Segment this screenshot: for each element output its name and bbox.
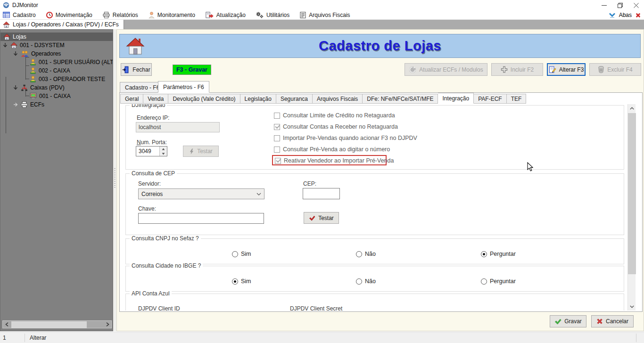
subtab-seguranca[interactable]: Seguranca	[276, 94, 313, 104]
checkbox-limite-credito[interactable]: Consultar Limite de Crédito no Retaguard…	[274, 112, 395, 119]
tab-lojas-operadores[interactable]: Lojas / Operadores / Caixas (PDV) / ECFs	[0, 20, 124, 29]
tree-item-operadores[interactable]: Operadores	[13, 49, 61, 58]
restore-button[interactable]	[612, 0, 628, 10]
incluir-button[interactable]: Incluir F2	[491, 63, 543, 76]
tree-item-operador-003[interactable]: 003 - OPERADOR TESTE	[30, 75, 105, 83]
subtab-venda[interactable]: Venda	[143, 94, 168, 104]
subtab-dfe[interactable]: DFe: NFe/NFCe/SAT/MFE	[363, 94, 438, 104]
tree-item-ecfs[interactable]: ECFs	[13, 100, 44, 109]
checkbox-checked-icon[interactable]	[274, 124, 280, 130]
expanded-arrow-icon[interactable]	[2, 42, 8, 48]
gravar-button[interactable]: Gravar	[550, 315, 586, 327]
tree-horizontal-scrollbar[interactable]	[2, 320, 112, 328]
subtab-geral[interactable]: Geral	[120, 94, 143, 104]
tree-item-operador-002[interactable]: 002 - CAIXA	[30, 66, 70, 75]
spin-down-icon[interactable]	[160, 151, 167, 156]
button-label: Testar	[197, 148, 213, 155]
table-icon	[3, 12, 10, 18]
scroll-viewport: DJIntegração Endereço IP: Num. Porta: 30…	[120, 104, 627, 310]
subtab-legislacao[interactable]: Legislação	[240, 94, 276, 104]
scroll-right-arrow-icon[interactable]	[104, 321, 111, 328]
checkbox-checked-icon[interactable]	[275, 158, 281, 164]
abas-label[interactable]: Abas	[619, 12, 632, 18]
subtab-label: Legislação	[245, 96, 272, 102]
tree-item-lojas[interactable]: Lojas	[0, 33, 113, 41]
radio-icon[interactable]	[481, 278, 487, 285]
radio-label: Perguntar	[490, 278, 516, 285]
radio-cnpj-sim[interactable]: Sim	[232, 251, 251, 257]
subtab-tef[interactable]: TEF	[507, 94, 527, 104]
scrollbar-thumb[interactable]	[628, 113, 636, 274]
menu-atualizacao[interactable]: Atualização	[206, 12, 246, 18]
servidor-select[interactable]: Correios	[138, 188, 264, 199]
menu-monitoramento[interactable]: Monitoramento	[149, 12, 195, 18]
client-id-label: DJPDV Client ID	[138, 305, 180, 310]
checkbox-icon[interactable]	[274, 113, 280, 119]
close-button[interactable]	[628, 0, 644, 10]
cep-input[interactable]	[303, 188, 340, 199]
num-porta-stepper[interactable]: 3049	[136, 146, 167, 156]
subtab-integracao[interactable]: Integração	[438, 93, 474, 104]
excluir-button[interactable]: Excluir F4	[589, 63, 641, 76]
checkbox-reativar-vendedor[interactable]: Reativar Vendedor ao Importar Pré-Venda	[275, 157, 394, 164]
spin-up-icon[interactable]	[160, 147, 167, 151]
fechar-button[interactable]: Fechar	[121, 63, 152, 76]
abas-chevron-down-icon[interactable]	[609, 13, 616, 18]
radio-selected-icon[interactable]	[232, 278, 238, 285]
expanded-arrow-icon[interactable]	[13, 51, 18, 57]
radio-label: Sim	[241, 251, 251, 257]
radio-cnpj-nao[interactable]: Não	[356, 251, 376, 257]
menu-label: Movimentação	[56, 12, 92, 18]
alterar-button[interactable]: Alterar F3	[547, 63, 586, 76]
checkbox-consultar-pre-venda[interactable]: Consultar Pré-Venda ao digitar o número	[274, 146, 390, 153]
checkbox-importar-pre-vendas[interactable]: Importar Pre-Vendas quando acionar F3 no…	[274, 135, 417, 141]
panel-splitter[interactable]	[113, 29, 116, 331]
button-label: Excluir F4	[607, 66, 632, 73]
radio-ibge-nao[interactable]: Não	[356, 278, 376, 285]
testar-porta-button[interactable]: Testar	[183, 146, 219, 157]
subtab-paf-ecf[interactable]: PAF-ECF	[474, 94, 506, 104]
menu-movimentacao[interactable]: Movimentação	[46, 12, 92, 18]
radio-icon[interactable]	[356, 278, 362, 285]
radio-ibge-sim[interactable]: Sim	[232, 278, 251, 285]
radio-cnpj-perguntar[interactable]: Perguntar	[481, 251, 516, 257]
checkbox-icon[interactable]	[274, 147, 280, 153]
menu-label: Cadastro	[13, 12, 36, 18]
endereco-ip-input[interactable]	[136, 122, 220, 132]
subtab-devolucao[interactable]: Devolução (Vale Crédito)	[168, 94, 240, 104]
atualizar-ecfs-button[interactable]: Atualizar ECFs / Modulos	[405, 63, 487, 76]
subtab-label: Arquivos Fiscais	[317, 96, 358, 102]
red-x-icon	[596, 318, 603, 325]
scroll-down-arrow-icon[interactable]	[628, 302, 636, 310]
checkbox-icon[interactable]	[274, 135, 280, 141]
cancelar-button[interactable]: Cancelar	[591, 315, 634, 327]
monitor-icon	[30, 93, 37, 99]
scroll-left-arrow-icon[interactable]	[3, 321, 10, 328]
menu-arquivos-fiscais[interactable]: Arquivos Fiscais	[300, 12, 350, 18]
close-tab-icon[interactable]	[635, 12, 641, 18]
tree-item-djsystem[interactable]: 001 - DJSYSTEM	[2, 41, 65, 49]
tree-item-caixas-pdv[interactable]: Caixas (PDV)	[13, 83, 65, 92]
subtab-arquivos-fiscais[interactable]: Arquivos Fiscais	[313, 94, 363, 104]
menu-utilitarios[interactable]: Utilitários	[256, 12, 289, 18]
chave-input[interactable]	[138, 213, 264, 224]
scroll-up-arrow-icon[interactable]	[628, 104, 636, 112]
menu-relatorios[interactable]: Relatórios	[103, 12, 138, 18]
scrollbar-thumb[interactable]	[11, 321, 87, 328]
expanded-arrow-icon[interactable]	[13, 85, 18, 90]
minimize-button[interactable]	[596, 0, 612, 10]
radio-icon[interactable]	[232, 251, 238, 257]
menu-cadastro[interactable]: Cadastro	[3, 12, 36, 18]
radio-ibge-perguntar[interactable]: Perguntar	[481, 278, 516, 285]
edit-pencil-icon	[549, 66, 556, 74]
radio-selected-icon[interactable]	[481, 251, 487, 257]
testar-cep-button[interactable]: Testar	[304, 212, 339, 224]
tree-item-caixa-001[interactable]: 001 - CAIXA	[30, 92, 71, 100]
collapsed-arrow-icon[interactable]	[13, 102, 18, 107]
tab-parametros-f6[interactable]: Parâmetros - F6	[158, 81, 209, 93]
tree-item-operador-001[interactable]: 001 - SUPER USUÁRIO (ALTERE	[30, 58, 113, 66]
radio-icon[interactable]	[356, 251, 362, 257]
page-vertical-scrollbar[interactable]	[627, 104, 636, 310]
network-icon	[21, 84, 28, 91]
checkbox-contas-receber[interactable]: Consultar Contas a Receber no Retaguarda	[274, 123, 398, 130]
